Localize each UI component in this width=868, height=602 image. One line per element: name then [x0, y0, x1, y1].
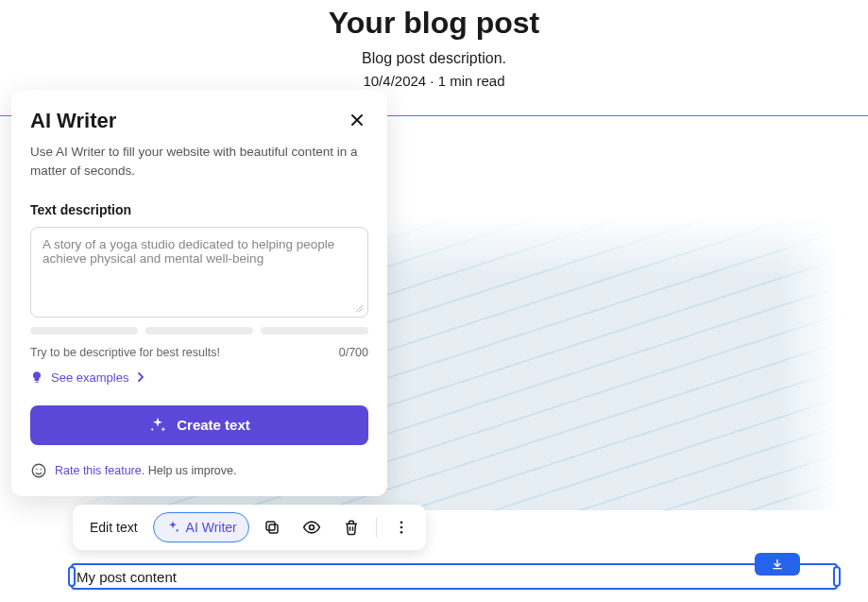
- svg-rect-9: [266, 522, 275, 530]
- svg-point-11: [400, 521, 402, 524]
- page-title: Your blog post: [0, 6, 868, 41]
- close-button[interactable]: [346, 109, 368, 131]
- more-options-button[interactable]: [384, 510, 418, 544]
- edit-text-button[interactable]: Edit text: [80, 512, 147, 542]
- svg-point-5: [32, 464, 45, 477]
- svg-rect-8: [269, 525, 278, 533]
- ai-writer-subtitle: Use AI Writer to fill your website with …: [30, 143, 368, 181]
- skeleton-bar: [30, 327, 138, 335]
- sparkle-icon: [165, 520, 180, 535]
- svg-point-10: [309, 525, 314, 530]
- svg-point-6: [36, 468, 38, 470]
- text-toolbar: Edit text AI Writer: [73, 505, 426, 550]
- ai-writer-button-label: AI Writer: [186, 520, 237, 535]
- loading-skeleton: [30, 327, 368, 335]
- chevron-right-icon: [136, 372, 145, 382]
- see-examples-link[interactable]: See examples: [30, 370, 368, 385]
- download-icon: [771, 558, 784, 571]
- sparkle-icon: [148, 416, 167, 435]
- page-description: Blog post description.: [0, 50, 868, 67]
- svg-point-12: [400, 526, 402, 529]
- eye-icon: [302, 518, 321, 537]
- bulb-icon: [30, 370, 43, 384]
- rate-feature-link[interactable]: Rate this feature.: [55, 464, 145, 477]
- more-vertical-icon: [393, 519, 410, 536]
- svg-point-13: [400, 531, 402, 534]
- smiley-icon: [30, 462, 47, 479]
- skeleton-bar: [261, 327, 368, 335]
- toolbar-divider: [376, 517, 377, 538]
- post-content-block[interactable]: My post content: [71, 563, 838, 590]
- svg-point-7: [41, 468, 43, 470]
- create-text-button[interactable]: Create text: [30, 405, 368, 445]
- delete-button[interactable]: [334, 510, 368, 544]
- page-meta: 10/4/2024 · 1 min read: [0, 73, 868, 89]
- description-hint: Try to be descriptive for best results!: [30, 346, 220, 359]
- trash-icon: [343, 519, 360, 536]
- selection-handle-left[interactable]: [68, 566, 76, 587]
- copy-icon: [264, 519, 281, 536]
- skeleton-bar: [145, 327, 253, 335]
- character-counter: 0/700: [339, 346, 368, 359]
- text-description-label: Text description: [30, 202, 368, 217]
- svg-rect-4: [35, 382, 39, 383]
- post-content-text: My post content: [77, 569, 177, 585]
- rate-feature-suffix: Help us improve.: [148, 464, 237, 477]
- resize-handle-icon[interactable]: [354, 303, 364, 313]
- text-description-input[interactable]: [43, 237, 356, 303]
- download-badge[interactable]: [755, 553, 800, 576]
- visibility-button[interactable]: [295, 510, 329, 544]
- ai-writer-title: AI Writer: [30, 109, 116, 133]
- copy-button[interactable]: [255, 510, 289, 544]
- create-text-label: Create text: [177, 417, 250, 433]
- selection-handle-right[interactable]: [833, 566, 841, 587]
- see-examples-label: See examples: [51, 370, 128, 385]
- ai-writer-button[interactable]: AI Writer: [153, 512, 249, 542]
- ai-writer-panel: AI Writer Use AI Writer to fill your web…: [11, 90, 387, 496]
- text-description-field-wrapper: [30, 227, 368, 318]
- close-icon: [349, 112, 365, 128]
- page-header: Your blog post Blog post description. 10…: [0, 0, 868, 89]
